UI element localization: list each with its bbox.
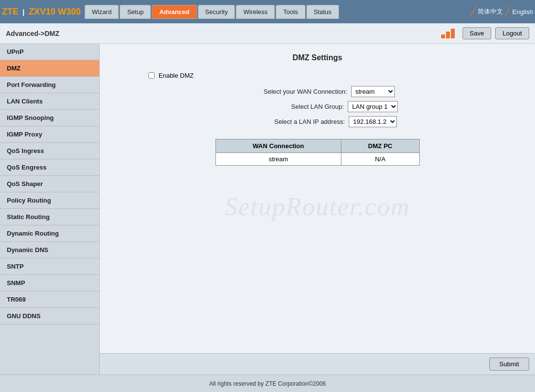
lang-chinese[interactable]: 简体中文 — [478, 7, 503, 16]
breadcrumb-right: Save Logout — [441, 27, 529, 39]
lan-ip-label: Select a LAN IP address: — [238, 118, 345, 125]
watermark: SetupRouter.com — [225, 192, 410, 221]
sidebar-item-dmz[interactable]: DMZ — [0, 60, 99, 77]
logo-model: ZXV10 W300 — [29, 7, 81, 17]
submit-area: Submit — [100, 353, 535, 375]
lan-ip-row: Select a LAN IP address: 192.168.1.2 — [119, 116, 516, 127]
sidebar-item-snmp[interactable]: SNMP — [0, 275, 99, 291]
logout-button[interactable]: Logout — [495, 27, 529, 39]
sidebar: UPnP DMZ Port Forwarding LAN Clients IGM… — [0, 44, 100, 375]
language-area: ╱ 简体中文 ╱ English — [470, 6, 533, 17]
content-area: SetupRouter.com DMZ Settings Enable DMZ … — [100, 44, 535, 375]
footer: All rights reserved by ZTE Corporation©2… — [0, 375, 535, 392]
table-header-dmzpc: DMZ PC — [341, 139, 419, 153]
nav-tab-advanced[interactable]: Advanced — [152, 5, 196, 19]
dmz-table: WAN Connection DMZ PC stream N/A — [215, 139, 420, 166]
table-cell-wan: stream — [215, 153, 341, 166]
top-nav: ZTE | ZXV10 W300 Wizard Setup Advanced S… — [0, 0, 535, 23]
signal-bar-1 — [441, 34, 445, 38]
sidebar-item-tr069[interactable]: TR069 — [0, 291, 99, 308]
nav-tab-setup[interactable]: Setup — [120, 5, 151, 19]
lan-group-row: Select LAN Group: LAN group 1 — [119, 101, 516, 112]
nav-tab-security[interactable]: Security — [198, 5, 235, 19]
sidebar-item-igmp-proxy[interactable]: IGMP Proxy — [0, 126, 99, 143]
lang-english[interactable]: English — [512, 8, 533, 16]
wan-connection-row: Select your WAN Connection: stream — [119, 86, 516, 97]
nav-tab-tools[interactable]: Tools — [276, 5, 305, 19]
table-header-wan: WAN Connection — [215, 139, 341, 153]
logo-brand: ZTE — [2, 7, 18, 17]
table-cell-dmzpc: N/A — [341, 153, 419, 166]
nav-tab-wireless[interactable]: Wireless — [236, 5, 275, 19]
logo: ZTE | ZXV10 W300 — [2, 7, 85, 17]
signal-bar-2 — [446, 32, 450, 38]
nav-tab-wizard[interactable]: Wizard — [85, 5, 119, 19]
sidebar-item-policy-routing[interactable]: Policy Routing — [0, 192, 99, 209]
sidebar-item-dynamic-routing[interactable]: Dynamic Routing — [0, 225, 99, 242]
signal-icon — [441, 29, 455, 38]
enable-dmz-checkbox[interactable] — [148, 72, 155, 79]
enable-dmz-label: Enable DMZ — [159, 72, 194, 79]
sidebar-item-qos-ingress[interactable]: QoS Ingress — [0, 143, 99, 159]
wan-connection-label: Select your WAN Connection: — [240, 88, 347, 95]
lan-group-label: Select LAN Group: — [237, 103, 344, 110]
footer-text: All rights reserved by ZTE Corporation©2… — [209, 380, 326, 387]
enable-dmz-row: Enable DMZ — [148, 72, 516, 79]
sidebar-item-gnu-ddns[interactable]: GNU DDNS — [0, 308, 99, 324]
sidebar-item-sntp[interactable]: SNTP — [0, 258, 99, 275]
signal-bar-3 — [451, 29, 455, 38]
lang-separator-icon: ╱ — [470, 6, 476, 17]
sidebar-item-upnp[interactable]: UPnP — [0, 44, 99, 60]
submit-button[interactable]: Submit — [489, 358, 529, 371]
content-inner: DMZ Settings Enable DMZ Select your WAN … — [100, 44, 535, 187]
lan-group-select[interactable]: LAN group 1 — [348, 101, 398, 112]
lang-separator-icon2: ╱ — [505, 6, 510, 17]
nav-tabs: Wizard Setup Advanced Security Wireless … — [85, 5, 470, 19]
sidebar-item-static-routing[interactable]: Static Routing — [0, 209, 99, 225]
table-row: stream N/A — [215, 153, 419, 166]
breadcrumb: Advanced->DMZ — [6, 30, 59, 37]
sidebar-item-qos-engress[interactable]: QoS Engress — [0, 159, 99, 176]
sidebar-item-qos-shaper[interactable]: QoS Shaper — [0, 176, 99, 192]
lan-ip-select[interactable]: 192.168.1.2 — [349, 116, 397, 127]
nav-tab-status[interactable]: Status — [306, 5, 339, 19]
save-button[interactable]: Save — [463, 27, 492, 39]
main-layout: UPnP DMZ Port Forwarding LAN Clients IGM… — [0, 44, 535, 375]
sidebar-item-dynamic-dns[interactable]: Dynamic DNS — [0, 242, 99, 258]
sidebar-item-port-forwarding[interactable]: Port Forwarding — [0, 77, 99, 93]
sidebar-item-igmp-snooping[interactable]: IGMP Snooping — [0, 110, 99, 126]
wan-connection-select[interactable]: stream — [351, 86, 395, 97]
sidebar-item-lan-clients[interactable]: LAN Clients — [0, 93, 99, 110]
page-title: DMZ Settings — [119, 53, 516, 62]
form-section: Enable DMZ Select your WAN Connection: s… — [119, 72, 516, 166]
breadcrumb-bar: Advanced->DMZ Save Logout — [0, 23, 535, 44]
